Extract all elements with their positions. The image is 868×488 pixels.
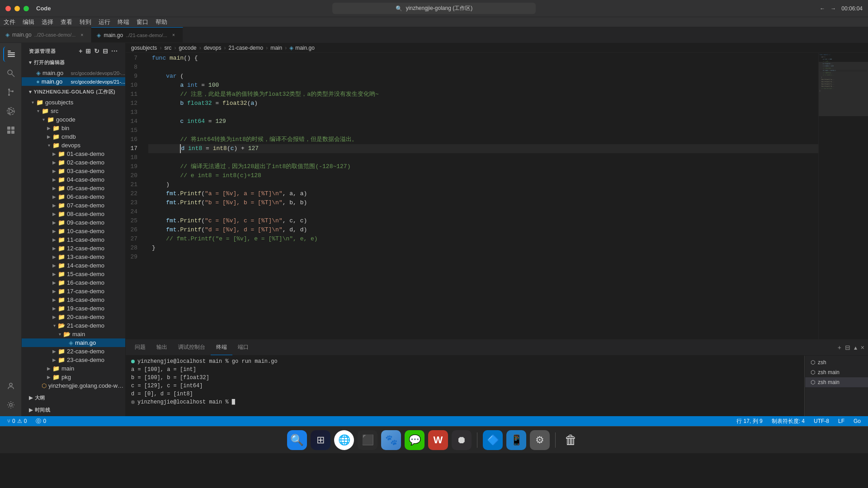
tab-main-go-21[interactable]: ◈ main.go ../21-case-demo/... × xyxy=(91,27,183,42)
tree-bin[interactable]: ▶ 📁 bin xyxy=(22,124,125,132)
dock-appstore[interactable]: ⚙ xyxy=(530,430,550,450)
terminal-list-zsh[interactable]: ⬡ zsh xyxy=(805,357,868,367)
menu-goto[interactable]: 转到 xyxy=(80,18,91,26)
tree-23[interactable]: ▶📁23-case-demo xyxy=(22,356,125,364)
dock-chrome[interactable]: 🌐 xyxy=(334,430,354,450)
breadcrumb-maingo[interactable]: ◈ main.go xyxy=(289,45,315,51)
tree-main-folder[interactable]: ▾ 📂 main xyxy=(22,330,125,338)
tree-devops[interactable]: ▾ 📁 devops xyxy=(22,141,125,150)
open-editors-section[interactable]: ▾ 打开的编辑器 xyxy=(22,56,125,69)
panel-tab-output[interactable]: 输出 xyxy=(151,340,173,355)
tree-main-go[interactable]: ◈ main.go xyxy=(22,338,125,347)
minimize-button[interactable] xyxy=(14,6,20,11)
tree-15[interactable]: ▶📁15-case-demo xyxy=(22,270,125,278)
statusbar-errors[interactable]: ⓪ 0 xyxy=(34,418,48,425)
activity-search[interactable] xyxy=(3,66,19,81)
tree-01[interactable]: ▶📁01-case-demo xyxy=(22,150,125,158)
tab-close-button-2[interactable]: × xyxy=(170,32,177,39)
tree-03[interactable]: ▶📁03-case-demo xyxy=(22,167,125,175)
more-icon[interactable]: ··· xyxy=(111,47,118,55)
statusbar-tab-size[interactable]: 制表符长度: 4 xyxy=(770,418,807,425)
open-editor-20[interactable]: ◈ main.go src/gocode/devops/20-... xyxy=(22,69,125,77)
statusbar-language[interactable]: Go xyxy=(852,418,863,424)
dock-vscode[interactable]: 🔷 xyxy=(483,430,503,450)
tree-16[interactable]: ▶📁16-case-demo xyxy=(22,278,125,287)
panel-maximize-icon[interactable]: ▴ xyxy=(854,344,857,351)
dock-obs[interactable]: ⏺ xyxy=(452,430,472,450)
terminal-list-zsh-main-2[interactable]: ⬡ zsh main xyxy=(805,377,868,387)
new-file-icon[interactable]: + xyxy=(79,47,83,55)
tree-12[interactable]: ▶📁12-case-demo xyxy=(22,244,125,253)
tree-pkg[interactable]: ▶📁pkg xyxy=(22,373,125,381)
nav-back[interactable]: ← xyxy=(820,5,825,12)
tree-22[interactable]: ▶📁22-case-demo xyxy=(22,347,125,356)
panel-add-icon[interactable]: + xyxy=(838,344,841,351)
breadcrumb-gocode[interactable]: gocode xyxy=(179,45,196,51)
panel-tab-debug[interactable]: 调试控制台 xyxy=(173,340,211,355)
menu-file[interactable]: 文件 xyxy=(4,18,15,26)
panel-tab-ports[interactable]: 端口 xyxy=(232,340,254,355)
breadcrumb-src[interactable]: src xyxy=(164,45,171,51)
tree-main-l3[interactable]: ▶📁main xyxy=(22,364,125,373)
tree-src[interactable]: ▾ 📁 src xyxy=(22,107,125,115)
activity-settings[interactable] xyxy=(3,397,19,413)
tree-07[interactable]: ▶📁07-case-demo xyxy=(22,201,125,210)
outline-section[interactable]: ▶ 大纲 xyxy=(22,392,125,404)
workspace-section[interactable]: ▾ YINZHENGJIE-GOLANG (工作区) xyxy=(22,86,125,98)
dock-wps[interactable]: W xyxy=(428,430,448,450)
tree-13[interactable]: ▶📁13-case-demo xyxy=(22,253,125,261)
terminal-list-zsh-main-1[interactable]: ⬡ zsh main xyxy=(805,367,868,377)
tree-11[interactable]: ▶📁11-case-demo xyxy=(22,235,125,244)
breadcrumb-devops[interactable]: devops xyxy=(204,45,222,51)
timeline-section[interactable]: ▶ 时间线 xyxy=(22,404,125,416)
tree-09[interactable]: ▶📁09-case-demo xyxy=(22,218,125,227)
panel-tab-problems[interactable]: 问题 xyxy=(129,340,151,355)
breadcrumb-main[interactable]: main xyxy=(270,45,282,51)
breadcrumb-21[interactable]: 21-case-demo xyxy=(228,45,263,51)
breadcrumb-gosubjects[interactable]: gosubjects xyxy=(131,45,157,51)
dock-paw[interactable]: 🐾 xyxy=(381,430,401,450)
panel-split-icon[interactable]: ⊟ xyxy=(845,344,850,351)
menu-select[interactable]: 选择 xyxy=(42,18,53,26)
tree-19[interactable]: ▶📁19-case-demo xyxy=(22,304,125,313)
tree-cmdb[interactable]: ▶ 📁 cmdb xyxy=(22,132,125,141)
tab-main-go-20[interactable]: ◈ main.go ../20-case-demo/... × xyxy=(0,27,91,42)
sidebar-actions[interactable]: + ⊞ ↻ ⊟ ··· xyxy=(79,47,118,55)
dock-wechat[interactable]: 💬 xyxy=(405,430,425,450)
menu-view[interactable]: 查看 xyxy=(61,18,72,26)
tree-gocode[interactable]: ▾ 📁 gocode xyxy=(22,115,125,124)
activity-extensions[interactable] xyxy=(3,122,19,138)
activity-explorer[interactable] xyxy=(3,47,19,62)
statusbar-line-ending[interactable]: LF xyxy=(836,418,846,424)
tree-04[interactable]: ▶📁04-case-demo xyxy=(22,175,125,184)
tree-workspace-file[interactable]: ⬡ yinzhengjie.golang.code-worksp... xyxy=(22,381,125,390)
menu-help[interactable]: 帮助 xyxy=(156,18,167,26)
tree-05[interactable]: ▶📁05-case-demo xyxy=(22,184,125,192)
statusbar-branch[interactable]: ⑂ 0 ⚠ 0 xyxy=(5,418,28,424)
tree-gosubjects[interactable]: ▾ 📁 gosubjects xyxy=(22,98,125,107)
close-button[interactable] xyxy=(5,6,11,11)
menu-terminal[interactable]: 终端 xyxy=(118,18,129,26)
open-editor-21[interactable]: ● main.go src/gocode/devops/21-... xyxy=(22,77,125,86)
maximize-button[interactable] xyxy=(24,6,29,11)
refresh-icon[interactable]: ↻ xyxy=(94,47,100,55)
collapse-icon[interactable]: ⊟ xyxy=(103,47,108,55)
code-editor[interactable]: func main() { var ( a int = 100 xyxy=(148,53,818,339)
tree-14[interactable]: ▶📁14-case-demo xyxy=(22,261,125,270)
panel-tab-terminal[interactable]: 终端 xyxy=(211,340,232,355)
nav-fwd[interactable]: → xyxy=(830,5,836,12)
dock-trash[interactable]: 🗑 xyxy=(561,430,581,450)
menu-edit[interactable]: 编辑 xyxy=(23,18,34,26)
tree-21[interactable]: ▾ 📂 21-case-demo xyxy=(22,321,125,330)
activity-debug[interactable] xyxy=(3,103,19,119)
menu-window[interactable]: 窗口 xyxy=(137,18,148,26)
tree-06[interactable]: ▶📁06-case-demo xyxy=(22,192,125,201)
search-bar[interactable]: 🔍 yinzhengjie-golang (工作区) xyxy=(332,3,536,14)
dock-terminal[interactable]: ⬛ xyxy=(358,430,377,450)
dock-simulator[interactable]: 📱 xyxy=(506,430,526,450)
activity-accounts[interactable] xyxy=(3,378,19,394)
tree-08[interactable]: ▶📁08-case-demo xyxy=(22,210,125,218)
traffic-lights[interactable] xyxy=(5,6,29,11)
new-folder-icon[interactable]: ⊞ xyxy=(85,47,91,55)
dock-finder[interactable]: 🔍 xyxy=(287,430,307,450)
